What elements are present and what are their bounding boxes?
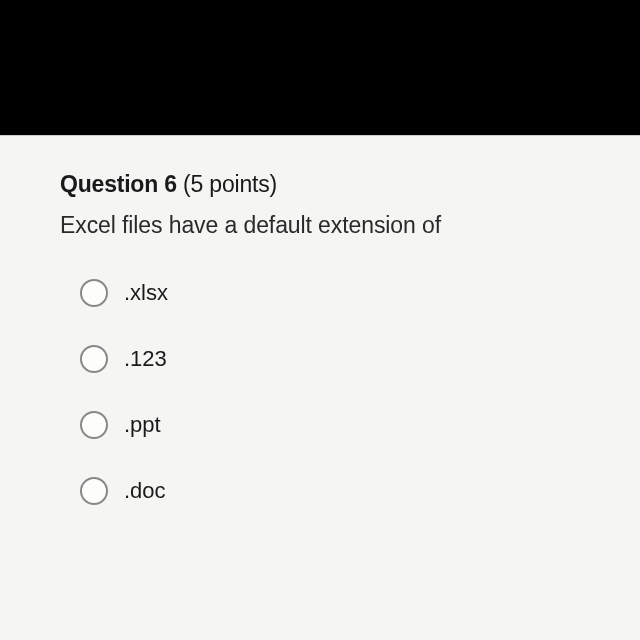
quiz-question-card: Question 6 (5 points) Excel files have a… (0, 135, 640, 640)
option-label: .doc (124, 478, 166, 504)
option-label: .xlsx (124, 280, 168, 306)
option-doc[interactable]: .doc (80, 477, 595, 505)
question-number: Question 6 (60, 171, 177, 197)
black-background-top (0, 0, 640, 135)
option-label: .ppt (124, 412, 161, 438)
option-ppt[interactable]: .ppt (80, 411, 595, 439)
option-xlsx[interactable]: .xlsx (80, 279, 595, 307)
question-prompt: Excel files have a default extension of (60, 212, 595, 239)
option-123[interactable]: .123 (80, 345, 595, 373)
question-header: Question 6 (5 points) (60, 171, 595, 198)
option-label: .123 (124, 346, 167, 372)
question-points: (5 points) (183, 171, 277, 197)
radio-icon[interactable] (80, 477, 108, 505)
radio-icon[interactable] (80, 279, 108, 307)
radio-icon[interactable] (80, 411, 108, 439)
answer-options: .xlsx .123 .ppt .doc (60, 279, 595, 505)
radio-icon[interactable] (80, 345, 108, 373)
